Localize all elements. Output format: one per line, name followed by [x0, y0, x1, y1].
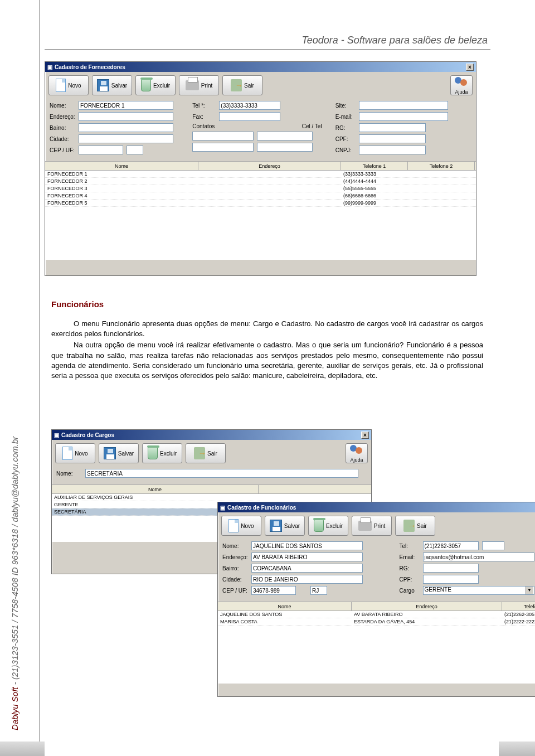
fax-field[interactable]: [219, 112, 280, 121]
help-icon: [350, 444, 363, 455]
label-email: Email:: [400, 554, 423, 560]
label-cpf: CPF:: [400, 576, 423, 583]
col-nome[interactable]: Nome: [218, 602, 352, 610]
save-icon: [270, 520, 282, 532]
page-header: Teodora - Software para salões de beleza: [301, 35, 488, 46]
col-tel1[interactable]: Telefone 1: [341, 162, 408, 170]
cel1-field[interactable]: [257, 132, 313, 140]
brand-name: Dablyu Soft: [10, 687, 20, 730]
novo-button[interactable]: Novo: [55, 443, 95, 463]
cpf-field[interactable]: [423, 575, 479, 584]
sair-button[interactable]: Sair: [186, 443, 226, 463]
col-tel2[interactable]: Telefone 2: [408, 162, 475, 170]
label-tel: Tel:: [400, 543, 423, 549]
body-text: O menu Funcionário apresenta duas opções…: [51, 319, 483, 381]
table-row[interactable]: MARISA COSTAESTARDA DA GÁVEA, 454(21)222…: [218, 618, 535, 626]
window-fornecedores: ▣Cadastro de Fornecedores × Novo Salvar …: [45, 61, 476, 276]
sair-button[interactable]: Sair: [395, 516, 435, 536]
endereco-field[interactable]: [79, 112, 173, 121]
rg-field[interactable]: [423, 564, 479, 573]
col-nome[interactable]: Nome: [52, 485, 259, 493]
section-heading: Funcionários: [51, 299, 483, 309]
excluir-button[interactable]: Excluir: [308, 516, 348, 536]
titlebar-cargos: ▣Cadastro de Cargos ×: [52, 430, 371, 440]
uf-field[interactable]: [127, 146, 143, 154]
cep-field[interactable]: [251, 586, 296, 595]
label-nome: Nome:: [222, 543, 251, 549]
print-button[interactable]: Print: [179, 75, 219, 95]
novo-label: Novo: [75, 450, 87, 457]
app-icon: ▣: [220, 505, 225, 511]
cnpj-field[interactable]: [359, 146, 426, 154]
salvar-label: Salvar: [284, 523, 300, 529]
exit-icon: [194, 447, 205, 459]
grid-funcionarios: Nome Endereço Telefone 1 JAQUELINE DOS S…: [218, 602, 535, 684]
label-rg: RG:: [335, 125, 359, 131]
col-end[interactable]: Endereço: [352, 602, 502, 610]
cidade-field[interactable]: [79, 134, 173, 143]
table-row[interactable]: FORNECEDOR 5(99)9999-9999: [45, 200, 476, 207]
table-row[interactable]: JAQUELINE DOS SANTOSAV BARATA RIBEIRO(21…: [218, 611, 535, 618]
cargo-value: GERENTE: [425, 587, 451, 593]
close-icon[interactable]: ×: [466, 64, 474, 71]
table-row[interactable]: FORNECEDOR 4(66)6666-6666: [45, 192, 476, 200]
endereco-field[interactable]: [251, 553, 363, 561]
table-row[interactable]: AUXILIAR DE SERVIÇOS GERAIS: [52, 494, 260, 501]
col-t1[interactable]: Telefone 1: [502, 602, 535, 610]
ajuda-button[interactable]: Ajuda: [346, 443, 368, 463]
table-row[interactable]: FORNECEDOR 2(44)4444-4444: [45, 178, 476, 185]
novo-button[interactable]: Novo: [48, 75, 89, 95]
trash-icon: [314, 520, 324, 532]
label-celtel: Cel / Tel: [302, 123, 329, 129]
cargo-select[interactable]: GERENTE: [423, 586, 534, 595]
bairro-field[interactable]: [79, 123, 173, 132]
nome-field[interactable]: [85, 469, 358, 478]
label-cpf: CPF:: [335, 136, 359, 142]
label-endereco: Endereço:: [50, 114, 79, 120]
excluir-button[interactable]: Excluir: [142, 443, 182, 463]
rg-field[interactable]: [359, 123, 426, 132]
window-title: Cadastro de Cargos: [61, 432, 114, 438]
ajuda-button[interactable]: Ajuda: [450, 75, 473, 95]
exit-icon: [403, 520, 415, 532]
excluir-button[interactable]: Excluir: [135, 75, 176, 95]
close-icon[interactable]: ×: [361, 432, 369, 439]
col-nome[interactable]: Nome: [45, 162, 198, 170]
print-button[interactable]: Print: [352, 516, 392, 536]
cel2-field[interactable]: [257, 143, 313, 152]
uf-field[interactable]: [310, 586, 327, 595]
contato2-field[interactable]: [192, 143, 254, 152]
novo-button[interactable]: Novo: [221, 516, 261, 536]
cep-field[interactable]: [79, 146, 123, 154]
salvar-button[interactable]: Salvar: [265, 516, 305, 536]
table-row[interactable]: FORNECEDOR 1(33)3333-3333: [45, 171, 476, 178]
trash-icon: [148, 447, 158, 459]
excluir-label: Excluir: [160, 450, 177, 457]
nome-field[interactable]: [251, 541, 363, 550]
side-rule: [39, 0, 40, 742]
email-field[interactable]: [359, 112, 448, 121]
document-icon: [228, 519, 239, 532]
col-endereco[interactable]: Endereço: [198, 162, 341, 170]
cpf-field[interactable]: [359, 134, 426, 143]
site-field[interactable]: [359, 101, 448, 110]
salvar-button[interactable]: Salvar: [92, 75, 132, 95]
novo-label: Novo: [241, 523, 254, 529]
label-cnpj: CNPJ:: [335, 147, 359, 153]
titlebar-funcionarios: ▣Cadastro de Funcionários ×: [218, 502, 535, 512]
nome-field[interactable]: [79, 101, 173, 110]
contato1-field[interactable]: [192, 132, 254, 140]
cidade-field[interactable]: [251, 575, 363, 584]
email-field[interactable]: [423, 553, 534, 561]
table-row[interactable]: FORNECEDOR 3(55)5555-5555: [45, 185, 476, 192]
tel-field[interactable]: [423, 541, 479, 550]
bairro-field[interactable]: [251, 564, 363, 573]
toolbar: Novo Salvar Excluir Sair Ajuda: [52, 440, 371, 467]
tel-field[interactable]: [219, 101, 280, 110]
excluir-label: Excluir: [153, 83, 170, 89]
salvar-button[interactable]: Salvar: [99, 443, 139, 463]
tel2-field[interactable]: [482, 541, 504, 550]
sair-button[interactable]: Sair: [222, 75, 262, 95]
document-icon: [62, 447, 72, 460]
label-nome: Nome:: [50, 103, 79, 109]
